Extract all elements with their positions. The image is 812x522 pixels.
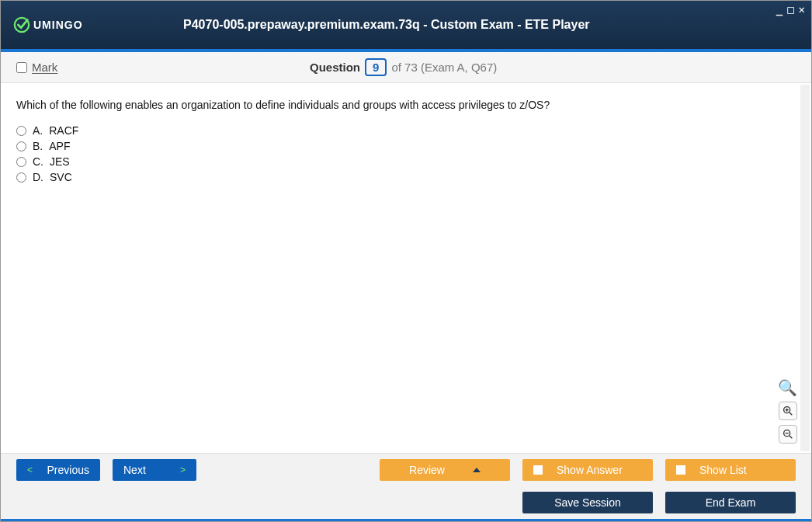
mark-checkbox[interactable] <box>16 62 27 73</box>
question-text: Which of the following enables an organi… <box>16 97 796 113</box>
app-title: P4070-005.prepaway.premium.exam.73q - Cu… <box>0 18 799 32</box>
triangle-up-icon <box>473 468 481 472</box>
option-d-text: SVC <box>50 171 72 183</box>
option-a-text: RACF <box>49 124 78 137</box>
review-button[interactable]: Review <box>380 459 510 481</box>
option-b-radio[interactable] <box>16 141 26 151</box>
option-c[interactable]: C. JES <box>16 155 796 168</box>
question-label: Question <box>310 61 360 74</box>
maximize-icon[interactable]: □ <box>787 4 793 15</box>
question-bar: Mark Question 9 of 73 (Exam A, Q67) <box>1 52 811 83</box>
option-a[interactable]: A. RACF <box>16 124 796 137</box>
next-label: Next <box>123 464 146 476</box>
option-c-text: JES <box>50 155 70 168</box>
end-exam-label: End Exam <box>706 496 756 509</box>
zoom-in-icon <box>782 405 794 417</box>
question-total: of 73 (Exam A, Q67) <box>391 61 497 74</box>
zoom-tools: 🔍 <box>778 378 797 444</box>
mark-label: Mark <box>32 61 57 74</box>
previous-button[interactable]: < Previous <box>16 459 100 481</box>
option-d-letter: D. <box>33 171 43 183</box>
show-answer-label: Show Answer <box>557 464 623 476</box>
option-b[interactable]: B. APF <box>16 140 796 152</box>
review-label: Review <box>409 464 445 476</box>
option-c-letter: C. <box>33 155 43 168</box>
svg-line-2 <box>789 412 792 415</box>
end-exam-button[interactable]: End Exam <box>665 492 796 513</box>
zoom-out-icon <box>782 428 794 440</box>
checkbox-icon <box>533 465 543 475</box>
option-b-text: APF <box>49 140 70 152</box>
search-icon[interactable]: 🔍 <box>778 378 797 397</box>
next-button[interactable]: Next > <box>113 459 196 481</box>
svg-line-6 <box>789 436 792 438</box>
question-info: Question 9 of 73 (Exam A, Q67) <box>57 58 749 76</box>
show-answer-button[interactable]: Show Answer <box>522 459 653 481</box>
option-d-radio[interactable] <box>16 172 26 183</box>
option-c-radio[interactable] <box>16 157 26 167</box>
option-a-radio[interactable] <box>16 126 26 136</box>
footer-row-2: Save Session End Exam <box>1 486 811 519</box>
chevron-left-icon: < <box>27 465 33 475</box>
chevron-right-icon: > <box>180 465 186 475</box>
previous-label: Previous <box>47 464 89 476</box>
close-icon[interactable]: ✕ <box>799 4 805 15</box>
show-list-label: Show List <box>699 464 747 476</box>
minimize-icon[interactable]: _ <box>776 4 783 15</box>
option-a-letter: A. <box>33 124 43 137</box>
show-list-button[interactable]: Show List <box>665 459 796 481</box>
window-controls: _ □ ✕ <box>776 4 805 15</box>
question-number: 9 <box>365 58 387 76</box>
footer-row-1: < Previous Next > Review Show Answer Sho… <box>1 454 811 486</box>
checkbox-icon <box>676 465 685 475</box>
option-d[interactable]: D. SVC <box>16 171 796 183</box>
zoom-in-button[interactable] <box>779 402 797 420</box>
option-b-letter: B. <box>33 140 43 152</box>
save-session-label: Save Session <box>554 496 621 509</box>
save-session-button[interactable]: Save Session <box>522 492 653 513</box>
question-content: Which of the following enables an organi… <box>1 83 811 453</box>
title-bar: UMINGO P4070-005.prepaway.premium.exam.7… <box>1 1 811 49</box>
scrollbar[interactable] <box>800 85 810 451</box>
mark-toggle[interactable]: Mark <box>16 61 57 74</box>
zoom-out-button[interactable] <box>779 425 797 444</box>
footer: < Previous Next > Review Show Answer Sho… <box>1 453 811 519</box>
bottom-accent <box>1 519 811 521</box>
